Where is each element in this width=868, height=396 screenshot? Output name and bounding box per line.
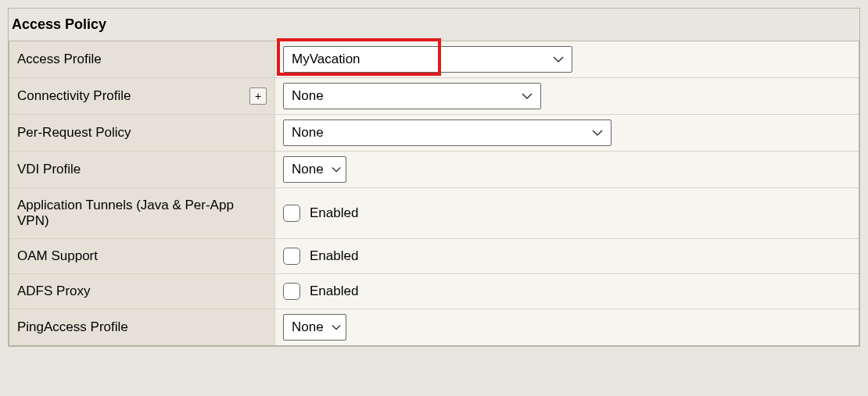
value-per-request-policy: None	[275, 115, 859, 151]
row-oam-support: OAM Support Enabled	[9, 239, 859, 274]
pingaccess-profile-select[interactable]: None	[283, 314, 346, 341]
chevron-down-icon	[553, 55, 564, 63]
oam-support-checkbox[interactable]	[283, 248, 300, 265]
label-text: ADFS Proxy	[17, 284, 91, 299]
value-oam-support: Enabled	[275, 239, 859, 273]
row-pingaccess-profile: PingAccess Profile None	[9, 309, 859, 345]
select-value: MyVacation	[292, 52, 360, 67]
label-pingaccess-profile: PingAccess Profile	[9, 309, 275, 345]
vdi-profile-select[interactable]: None	[283, 156, 346, 183]
label-access-profile: Access Profile	[9, 41, 275, 77]
select-value: None	[292, 162, 324, 177]
value-adfs-proxy: Enabled	[275, 274, 859, 309]
select-value: None	[292, 88, 324, 104]
select-value: None	[292, 319, 324, 335]
label-text: VDI Profile	[17, 162, 81, 177]
chevron-down-icon	[332, 166, 341, 173]
connectivity-profile-select[interactable]: None	[283, 83, 541, 109]
access-profile-select[interactable]: MyVacation	[283, 46, 572, 73]
value-app-tunnels: Enabled	[275, 188, 859, 238]
chevron-down-icon	[522, 92, 533, 100]
access-policy-panel: Access Policy Access Profile MyVacation	[8, 8, 860, 347]
section-title: Access Policy	[9, 9, 859, 41]
per-request-policy-select[interactable]: None	[283, 120, 612, 146]
value-connectivity-profile: None	[275, 78, 859, 114]
checkbox-label: Enabled	[310, 205, 358, 221]
label-text: Access Profile	[17, 52, 102, 67]
value-access-profile: MyVacation	[275, 41, 859, 77]
label-app-tunnels: Application Tunnels (Java & Per-App VPN)	[9, 188, 275, 238]
label-connectivity-profile: Connectivity Profile +	[9, 78, 275, 114]
row-connectivity-profile: Connectivity Profile + None	[9, 78, 859, 115]
row-app-tunnels: Application Tunnels (Java & Per-App VPN)…	[9, 188, 859, 239]
value-vdi-profile: None	[275, 152, 859, 187]
label-per-request-policy: Per-Request Policy	[9, 115, 275, 151]
row-per-request-policy: Per-Request Policy None	[9, 115, 859, 152]
settings-table: Access Profile MyVacation Connectivity P…	[9, 41, 859, 346]
chevron-down-icon	[592, 129, 603, 137]
row-access-profile: Access Profile MyVacation	[9, 41, 859, 78]
label-oam-support: OAM Support	[9, 239, 275, 273]
label-text: Per-Request Policy	[17, 125, 131, 141]
add-connectivity-profile-button[interactable]: +	[249, 87, 267, 105]
row-vdi-profile: VDI Profile None	[9, 152, 859, 188]
app-tunnels-checkbox[interactable]	[283, 205, 300, 222]
label-vdi-profile: VDI Profile	[9, 152, 275, 187]
chevron-down-icon	[332, 324, 341, 331]
row-adfs-proxy: ADFS Proxy Enabled	[9, 274, 859, 309]
select-value: None	[292, 125, 324, 141]
checkbox-label: Enabled	[310, 284, 358, 299]
label-text: PingAccess Profile	[17, 319, 128, 335]
label-text: Connectivity Profile	[17, 88, 131, 104]
value-pingaccess-profile: None	[275, 309, 859, 345]
label-text: Application Tunnels (Java & Per-App VPN)	[17, 198, 267, 229]
label-adfs-proxy: ADFS Proxy	[9, 274, 275, 309]
checkbox-label: Enabled	[310, 248, 358, 264]
label-text: OAM Support	[17, 248, 98, 264]
adfs-proxy-checkbox[interactable]	[283, 283, 300, 300]
